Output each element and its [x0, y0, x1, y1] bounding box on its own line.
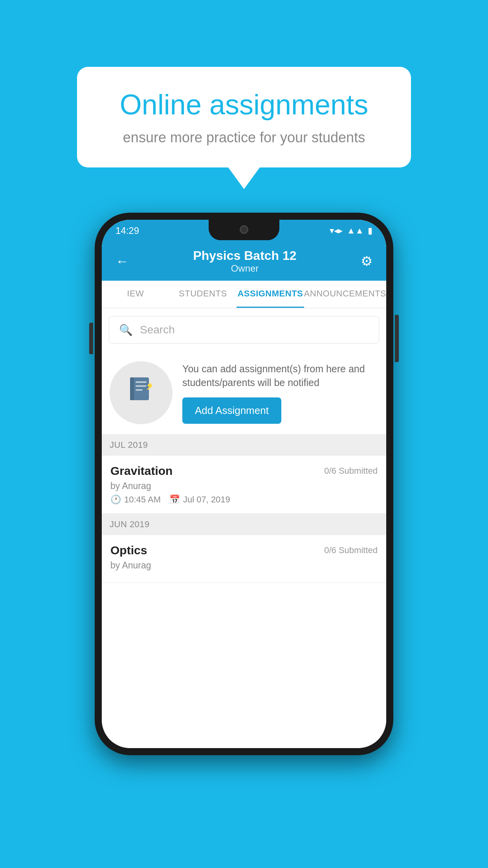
meta-time-value: 10:45 AM [124, 495, 161, 505]
svg-rect-4 [136, 389, 143, 391]
optics-title: Optics [110, 544, 147, 557]
calendar-icon: 📅 [169, 495, 180, 505]
notebook-icon [125, 374, 157, 412]
meta-date-value: Jul 07, 2019 [183, 495, 230, 505]
section-header-jun: JUN 2019 [102, 514, 386, 535]
app-bar-title: Physics Batch 12 [193, 248, 296, 263]
empty-state-text: You can add assignment(s) from here and … [182, 362, 378, 390]
svg-rect-1 [130, 377, 134, 400]
svg-rect-2 [136, 381, 147, 383]
assignment-item-gravitation[interactable]: Gravitation 0/6 Submitted by Anurag 🕐 10… [102, 456, 386, 514]
section-header-jul: JUL 2019 [102, 434, 386, 456]
tab-announcements[interactable]: ANNOUNCEMENTS [304, 281, 386, 308]
settings-icon[interactable]: ⚙ [361, 253, 372, 269]
meta-date: 📅 Jul 07, 2019 [169, 495, 230, 505]
search-placeholder: Search [140, 324, 175, 336]
promo-bubble: Online assignments ensure more practice … [77, 67, 411, 189]
back-button[interactable]: ← [116, 254, 129, 269]
tab-iew[interactable]: IEW [102, 281, 169, 308]
optics-row-top: Optics 0/6 Submitted [110, 544, 378, 557]
assignment-author: by Anurag [110, 481, 378, 491]
svg-rect-3 [136, 385, 147, 387]
content-area: 🔍 Search [102, 308, 386, 748]
status-icons: ▾◂▸ ▲▲ ▮ [330, 226, 372, 236]
phone-frame: 14:29 ▾◂▸ ▲▲ ▮ ← Physics Batch 12 Owner … [95, 213, 393, 755]
speech-bubble-arrow [228, 167, 260, 189]
phone-mockup: 14:29 ▾◂▸ ▲▲ ▮ ← Physics Batch 12 Owner … [95, 213, 393, 755]
wifi-icon: ▾◂▸ [330, 226, 343, 236]
phone-notch [209, 220, 279, 240]
front-camera [240, 225, 248, 234]
app-bar-title-group: Physics Batch 12 Owner [193, 248, 296, 274]
assignment-meta: 🕐 10:45 AM 📅 Jul 07, 2019 [110, 495, 378, 505]
app-bar: ← Physics Batch 12 Owner ⚙ [102, 241, 386, 281]
empty-state: You can add assignment(s) from here and … [102, 351, 386, 434]
tab-students[interactable]: STUDENTS [169, 281, 237, 308]
optics-submitted: 0/6 Submitted [324, 545, 378, 555]
tab-assignments[interactable]: ASSIGNMENTS [237, 281, 304, 308]
svg-point-6 [148, 383, 152, 387]
assignment-submitted: 0/6 Submitted [324, 466, 378, 476]
promo-title: Online assignments [103, 88, 385, 121]
assignment-title: Gravitation [110, 464, 172, 478]
add-assignment-button[interactable]: Add Assignment [182, 397, 281, 424]
search-bar[interactable]: 🔍 Search [109, 316, 379, 344]
battery-icon: ▮ [368, 226, 372, 236]
promo-card: Online assignments ensure more practice … [77, 67, 411, 167]
promo-subtitle: ensure more practice for your students [103, 129, 385, 146]
status-time: 14:29 [116, 225, 139, 236]
assignment-row-top: Gravitation 0/6 Submitted [110, 464, 378, 478]
empty-icon-circle [110, 361, 172, 424]
optics-author: by Anurag [110, 560, 378, 571]
meta-time: 🕐 10:45 AM [110, 495, 161, 505]
assignment-item-optics[interactable]: Optics 0/6 Submitted by Anurag [102, 535, 386, 583]
empty-state-content: You can add assignment(s) from here and … [182, 362, 378, 424]
search-icon: 🔍 [119, 324, 133, 337]
tab-bar: IEW STUDENTS ASSIGNMENTS ANNOUNCEMENTS [102, 281, 386, 308]
clock-icon: 🕐 [110, 495, 121, 505]
signal-icon: ▲▲ [347, 226, 364, 236]
phone-screen: 14:29 ▾◂▸ ▲▲ ▮ ← Physics Batch 12 Owner … [102, 220, 386, 748]
app-bar-subtitle: Owner [193, 263, 296, 274]
